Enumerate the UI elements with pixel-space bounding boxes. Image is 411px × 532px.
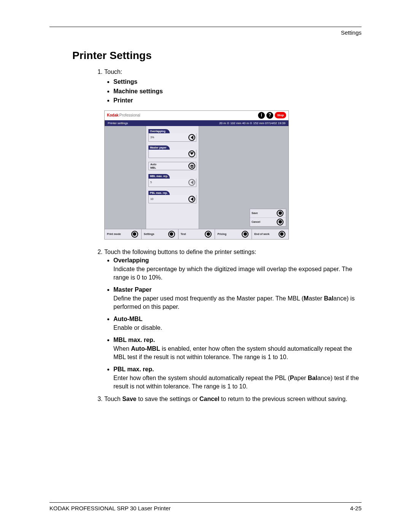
def-master-body: Define the paper used most frequently as… xyxy=(113,295,355,310)
footer-print-mode[interactable]: Print mode xyxy=(105,229,142,239)
cancel-button[interactable] xyxy=(277,219,284,225)
overlapping-label: Overlapping xyxy=(148,129,170,133)
cancel-row: Cancel xyxy=(250,218,286,226)
param-overlapping: Overlapping 3% xyxy=(148,129,196,142)
step-2: Touch the following buttons to define th… xyxy=(104,248,362,391)
center-panel: Overlapping 3% Master paper xyxy=(146,126,199,229)
footer-pricing[interactable]: Pricing xyxy=(215,229,252,239)
step-1: Touch: Settings Machine settings Printer… xyxy=(104,68,362,240)
dot-icon xyxy=(244,232,247,236)
def-auto-title: Auto-MBL xyxy=(113,316,142,322)
footer-end-label: End of work xyxy=(254,232,269,236)
info-icon[interactable]: i xyxy=(258,112,265,119)
mbl-label: MBL max. rep. xyxy=(148,174,170,178)
footer-end-of-work[interactable]: End of work xyxy=(252,229,288,239)
brand-logo: KodakProfessional xyxy=(107,113,140,118)
triangle-down-icon xyxy=(190,152,194,155)
triangle-left-icon xyxy=(191,197,193,201)
step3-cancel: Cancel xyxy=(199,396,219,402)
page-footer: KODAK PROFESSIONAL SRP 30 Laser Printer … xyxy=(49,503,362,511)
footer-test-label: Test xyxy=(181,232,186,236)
step3-save: Save xyxy=(122,396,136,402)
overlapping-value: 3% xyxy=(149,136,188,139)
step3-a: Touch xyxy=(104,396,122,402)
header-rule xyxy=(49,27,362,27)
footer-right: 4-25 xyxy=(350,505,362,511)
dot-icon xyxy=(279,220,282,224)
subbar-title: Printer settings xyxy=(108,121,128,125)
footer-pricing-label: Pricing xyxy=(217,232,226,236)
pbl-label: PBL max. rep. xyxy=(148,191,170,195)
dot-icon xyxy=(133,232,136,236)
pbl-value: 10 xyxy=(149,197,188,201)
save-label: Save xyxy=(252,211,258,215)
dot-icon xyxy=(279,211,282,215)
subbar-status: 20 m ⊙ 102 mm 40 m ⊙ 152 mm 07/14/02 19:… xyxy=(219,121,285,125)
param-master-paper: Master paper xyxy=(148,145,196,158)
def-overlapping-title: Overlapping xyxy=(113,257,149,264)
triangle-left-icon xyxy=(191,181,193,184)
mbl-left-button[interactable] xyxy=(188,179,195,186)
save-button[interactable] xyxy=(277,210,284,217)
ui-title-bar: KodakProfessional i ? Stop xyxy=(105,111,288,120)
def-master-paper: Master Paper Define the paper used most … xyxy=(113,286,362,311)
printer-settings-screenshot: KodakProfessional i ? Stop Printer setti… xyxy=(104,110,289,240)
def-auto-body: Enable or disable. xyxy=(113,324,162,331)
step1-bullet-machine: Machine settings xyxy=(113,87,362,96)
param-auto-mbl: Auto MBL xyxy=(148,162,196,170)
pbl-left-button[interactable] xyxy=(188,196,195,203)
step3-b: to save the settings or xyxy=(137,396,199,402)
save-row: Save xyxy=(250,209,286,218)
cancel-label: Cancel xyxy=(252,220,260,224)
square-icon xyxy=(191,165,193,168)
def-mbl-max-rep: MBL max. rep. When Auto-MBL is enabled, … xyxy=(113,336,362,361)
def-mbl-body: When Auto-MBL is enabled, enter how ofte… xyxy=(113,345,352,360)
section-header: Settings xyxy=(49,29,362,36)
footer-test[interactable]: Test xyxy=(178,229,215,239)
ui-footer: Print mode Settings Test Pricing End of … xyxy=(105,229,288,239)
auto-mbl-label: Auto MBL xyxy=(149,163,188,170)
auto-mbl-toggle[interactable] xyxy=(188,163,195,169)
step-3: Touch Save to save the settings or Cance… xyxy=(104,395,362,403)
triangle-left-icon xyxy=(191,136,193,139)
footer-left: KODAK PROFESSIONAL SRP 30 Laser Printer xyxy=(49,505,170,511)
def-mbl-title: MBL max. rep. xyxy=(113,337,155,343)
dot-icon xyxy=(207,232,210,236)
step1-bullet-settings: Settings xyxy=(113,78,362,86)
page-title: Printer Settings xyxy=(72,50,362,62)
step-2-intro: Touch the following buttons to define th… xyxy=(104,249,256,255)
help-icon[interactable]: ? xyxy=(266,112,273,119)
overlapping-left-button[interactable] xyxy=(188,134,195,141)
mbl-value: 5 xyxy=(149,181,188,184)
save-cancel-box: Save Cancel xyxy=(250,209,286,227)
def-pbl-body: Enter how often the system should automa… xyxy=(113,375,359,390)
def-overlapping: Overlapping Indicate the percentage by w… xyxy=(113,256,362,282)
def-overlapping-body: Indicate the percentage by which the dig… xyxy=(113,266,352,281)
def-pbl-max-rep: PBL max. rep. Enter how often the system… xyxy=(113,365,362,391)
step1-bullet-printer: Printer xyxy=(113,96,362,105)
footer-settings[interactable]: Settings xyxy=(142,229,178,239)
dot-icon xyxy=(280,232,284,236)
def-master-title: Master Paper xyxy=(113,286,152,293)
stop-button[interactable]: Stop xyxy=(275,112,286,118)
step-1-intro: Touch: xyxy=(104,69,122,75)
footer-settings-label: Settings xyxy=(144,232,155,236)
def-auto-mbl: Auto-MBL Enable or disable. xyxy=(113,315,362,332)
def-pbl-title: PBL max. rep. xyxy=(113,366,154,372)
param-mbl-max-rep: MBL max. rep. 5 xyxy=(148,174,196,187)
step3-c: to return to the previous screen without… xyxy=(219,396,347,402)
ui-body: Overlapping 3% Master paper xyxy=(105,126,288,229)
param-pbl-max-rep: PBL max. rep. 10 xyxy=(148,191,196,203)
footer-print-mode-label: Print mode xyxy=(107,232,121,236)
brand-professional: Professional xyxy=(119,113,140,117)
dot-icon xyxy=(170,232,173,236)
master-label: Master paper xyxy=(148,145,170,150)
master-dropdown-button[interactable] xyxy=(188,150,195,157)
ui-status-bar: Printer settings 20 m ⊙ 102 mm 40 m ⊙ 15… xyxy=(105,120,288,126)
brand-kodak: Kodak xyxy=(107,113,119,117)
